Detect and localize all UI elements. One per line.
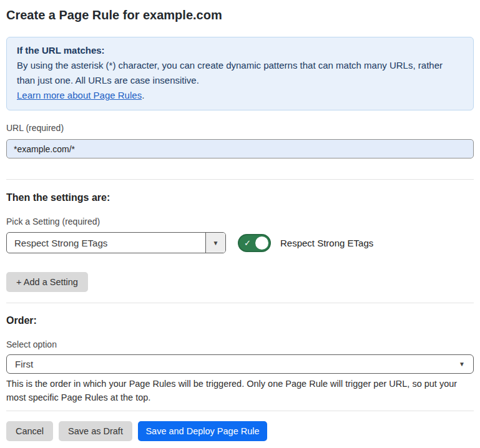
url-field-label: URL (required) [6,123,474,134]
order-help-text: This is the order in which your Page Rul… [6,377,474,404]
info-box-link-line: Learn more about Page Rules. [17,88,463,103]
cancel-button[interactable]: Cancel [6,421,53,441]
learn-more-link[interactable]: Learn more about Page Rules [17,90,142,100]
setting-toggle-label: Respect Strong ETags [280,238,373,248]
order-section-heading: Order: [6,314,474,327]
toggle-knob [255,236,268,250]
chevron-down-icon: ▼ [213,240,219,246]
settings-section-heading: Then the settings are: [6,192,474,204]
info-box-heading: If the URL matches: [17,43,463,58]
setting-select-dropdown-button[interactable]: ▼ [205,233,225,253]
page-rule-form: Create a Page Rule for example.com If th… [0,0,480,441]
url-match-info-box: If the URL matches: By using the asteris… [6,37,474,110]
save-and-deploy-button[interactable]: Save and Deploy Page Rule [138,421,267,441]
setting-picker-label: Pick a Setting (required) [6,217,474,227]
save-as-draft-button[interactable]: Save as Draft [59,421,132,441]
info-box-body: By using the asterisk (*) character, you… [17,58,463,88]
page-title: Create a Page Rule for example.com [6,7,474,22]
divider [6,179,474,180]
url-input[interactable] [6,139,474,158]
setting-select-value: Respect Strong ETags [7,233,205,253]
chevron-down-icon: ▼ [459,361,465,368]
order-select-label: Select option [6,339,474,350]
order-select-value: First [15,359,459,369]
order-select[interactable]: First ▼ [6,354,474,374]
add-setting-button[interactable]: + Add a Setting [6,272,88,292]
divider [6,303,474,303]
setting-select[interactable]: Respect Strong ETags ▼ [6,232,226,253]
setting-row: Respect Strong ETags ▼ ✓ Respect Strong … [6,232,474,253]
setting-toggle[interactable]: ✓ [238,234,271,252]
link-suffix: . [142,90,144,100]
divider [6,411,474,411]
check-icon: ✓ [244,239,251,247]
footer-actions: Cancel Save as Draft Save and Deploy Pag… [6,421,474,441]
